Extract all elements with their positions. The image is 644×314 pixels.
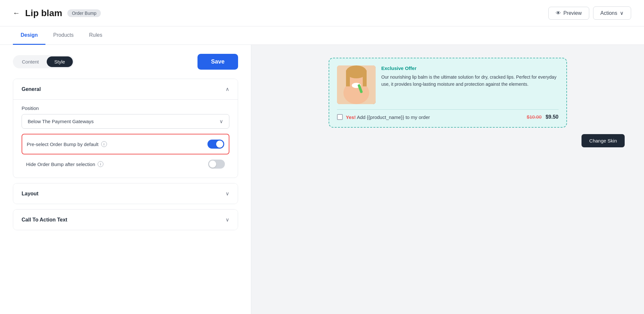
position-value: Below The Payment Gateways [28,119,94,124]
preview-card-top: Exclusive Offer Our nourishing lip balm … [337,65,559,104]
cta-text: Yes! Add {{product_name}} to my order [346,114,430,120]
cta-title: Call To Action Text [22,217,67,223]
content-toggle-btn[interactable]: Content [14,56,47,67]
preview-button[interactable]: 👁 Preview [548,7,589,20]
tab-rules[interactable]: Rules [81,26,110,45]
header-left: ← Lip blam Order Bump [13,8,101,18]
left-panel: Content Style Save General Position Belo… [0,45,251,314]
position-label: Position [22,105,229,111]
hide-info-icon[interactable]: i [98,161,103,167]
cta-checkbox[interactable] [337,114,343,120]
general-accordion: General Position Below The Payment Gatew… [13,79,238,178]
layout-chevron-icon [226,191,229,197]
actions-button[interactable]: Actions ∨ [593,6,631,20]
layout-accordion: Layout [13,183,238,204]
style-toggle-btn[interactable]: Style [47,56,73,67]
general-accordion-body: Position Below The Payment Gateways Pre-… [13,99,238,178]
cta-yes: Yes! [346,114,356,120]
preselect-label-group: Pre-select Order Bump by default i [27,141,107,147]
svg-rect-5 [363,70,367,86]
order-bump-badge: Order Bump [67,9,101,17]
main-layout: Content Style Save General Position Belo… [0,45,644,314]
preview-card-bottom: Yes! Add {{product_name}} to my order $1… [337,109,559,120]
hide-label-group: Hide Order Bump after selection i [26,161,103,167]
tabs-bar: Design Products Rules [0,26,644,45]
header-right: 👁 Preview Actions ∨ [548,6,631,20]
hide-toggle[interactable] [208,160,225,169]
content-style-row: Content Style Save [13,54,238,70]
cta-left: Yes! Add {{product_name}} to my order [337,114,430,120]
preview-description: Our nourishing lip balm is the ultimate … [381,74,559,88]
chevron-down-icon: ∨ [620,10,624,16]
cta-body: Add {{product_name}} to my order [356,114,430,120]
tab-design[interactable]: Design [13,26,45,45]
price-group: $10.00 $9.50 [527,114,558,120]
general-chevron-icon [226,86,229,92]
preselect-label: Pre-select Order Bump by default [27,142,99,147]
page-title: Lip blam [25,8,62,18]
eye-icon: 👁 [556,10,561,16]
svg-rect-4 [346,70,350,86]
preview-card-wrapper: Exclusive Offer Our nourishing lip balm … [271,58,625,128]
cta-chevron-icon [226,217,229,223]
general-accordion-header[interactable]: General [13,79,238,99]
preselect-info-icon[interactable]: i [101,141,107,147]
layout-accordion-header[interactable]: Layout [13,183,238,204]
preselect-toggle[interactable] [207,140,224,149]
preview-card: Exclusive Offer Our nourishing lip balm … [329,58,567,128]
header: ← Lip blam Order Bump 👁 Preview Actions … [0,0,644,26]
content-style-toggle: Content Style [13,55,74,68]
position-select[interactable]: Below The Payment Gateways [22,114,229,129]
right-panel: Exclusive Offer Our nourishing lip balm … [251,45,644,314]
tab-products[interactable]: Products [45,26,81,45]
change-skin-button[interactable]: Change Skin [582,134,625,147]
general-title: General [22,86,41,92]
preselect-row: Pre-select Order Bump by default i [22,134,229,154]
price-new: $9.50 [545,114,558,120]
save-button[interactable]: Save [197,54,238,70]
price-original: $10.00 [527,114,542,120]
preview-text-col: Exclusive Offer Our nourishing lip balm … [381,65,559,104]
cta-accordion: Call To Action Text [13,209,238,230]
hide-label: Hide Order Bump after selection [26,162,95,167]
cta-accordion-header[interactable]: Call To Action Text [13,210,238,230]
layout-title: Layout [22,191,38,197]
position-chevron-icon [219,118,223,124]
exclusive-label: Exclusive Offer [381,65,559,71]
hide-row: Hide Order Bump after selection i [22,154,229,171]
back-button[interactable]: ← [13,9,20,17]
product-image [337,65,376,104]
